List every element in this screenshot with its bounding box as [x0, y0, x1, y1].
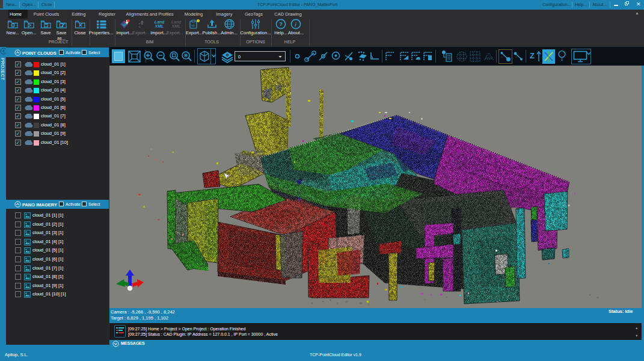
svg-text:?: ? — [279, 20, 283, 27]
svg-text:xx: xx — [191, 23, 195, 27]
svg-text:i: i — [295, 21, 296, 28]
